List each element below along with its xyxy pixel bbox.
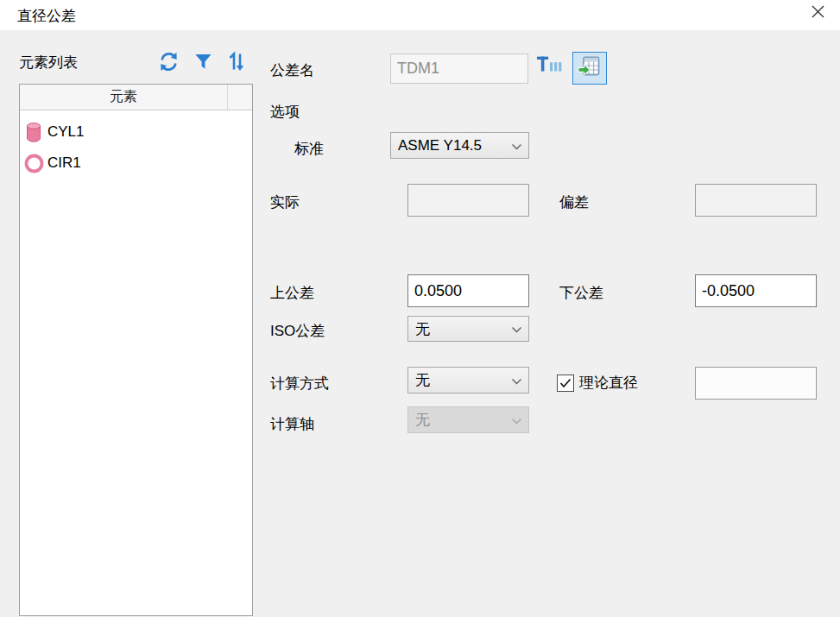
chevron-down-icon [511, 320, 522, 337]
diameter-tolerance-dialog: 直径公差 元素列表 元素 [0, 0, 840, 617]
theoretical-diameter-checkbox[interactable] [557, 375, 574, 392]
standard-label: 标准 [294, 139, 324, 159]
lower-tolerance-input[interactable] [695, 274, 817, 307]
dialog-title: 直径公差 [17, 6, 76, 26]
standard-select[interactable]: ASME Y14.5 [390, 132, 529, 159]
deviation-input [695, 184, 817, 217]
calc-method-value: 无 [415, 370, 430, 390]
calc-method-label: 计算方式 [270, 374, 329, 393]
actual-label: 实际 [270, 192, 300, 212]
list-item-label: CYL1 [47, 123, 85, 141]
close-button[interactable] [800, 0, 835, 26]
theoretical-diameter-label: 理论直径 [579, 373, 638, 393]
chevron-down-icon [511, 412, 522, 429]
tolerance-name-label: 公差名 [270, 60, 314, 80]
options-heading: 选项 [270, 102, 300, 122]
refresh-icon[interactable] [158, 50, 180, 77]
cylinder-icon [22, 121, 45, 144]
iso-tolerance-select[interactable]: 无 [407, 316, 529, 342]
element-column-header: 元素 [20, 85, 228, 110]
upper-tolerance-label: 上公差 [270, 283, 314, 303]
sort-icon[interactable] [226, 51, 249, 76]
chevron-down-icon [511, 137, 522, 154]
element-list-header[interactable]: 元素 [20, 85, 252, 110]
close-icon [811, 4, 825, 22]
standard-value: ASME Y14.5 [398, 137, 482, 154]
text-label-icon[interactable] [536, 54, 564, 80]
element-list-label: 元素列表 [19, 53, 78, 72]
calc-axis-label: 计算轴 [270, 414, 314, 434]
send-to-report-button[interactable] [572, 52, 607, 85]
filter-icon[interactable] [194, 53, 212, 75]
tolerance-name-input [390, 54, 528, 84]
calc-axis-select: 无 [407, 406, 529, 433]
theoretical-diameter-input[interactable] [695, 367, 817, 400]
calc-axis-value: 无 [415, 410, 430, 430]
iso-tolerance-label: ISO公差 [270, 321, 325, 341]
iso-tolerance-value: 无 [415, 319, 430, 339]
deviation-label: 偏差 [559, 192, 589, 212]
list-item-cir1[interactable]: CIR1 [20, 148, 252, 179]
list-item-label: CIR1 [47, 154, 81, 172]
lower-tolerance-label: 下公差 [559, 283, 603, 303]
circle-icon [22, 152, 45, 175]
list-item-cyl1[interactable]: CYL1 [20, 116, 252, 148]
chevron-down-icon [511, 372, 522, 389]
element-list: 元素 CYL1 CIR1 [19, 84, 253, 616]
calc-method-select[interactable]: 无 [407, 367, 529, 393]
titlebar: 直径公差 [0, 0, 840, 30]
table-arrow-icon [578, 54, 602, 82]
upper-tolerance-input[interactable] [407, 274, 529, 307]
actual-input [407, 184, 529, 217]
